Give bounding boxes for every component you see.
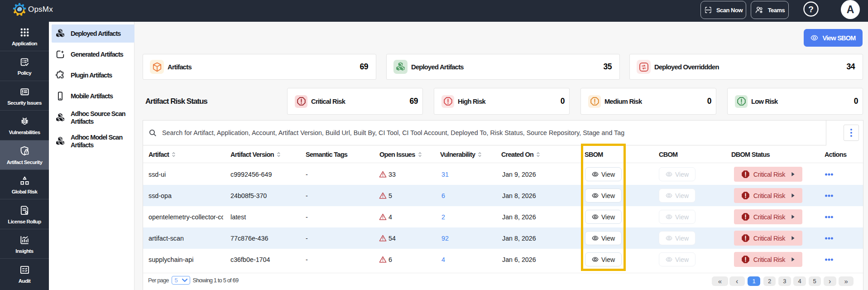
svg-text:?: ? <box>808 5 814 14</box>
